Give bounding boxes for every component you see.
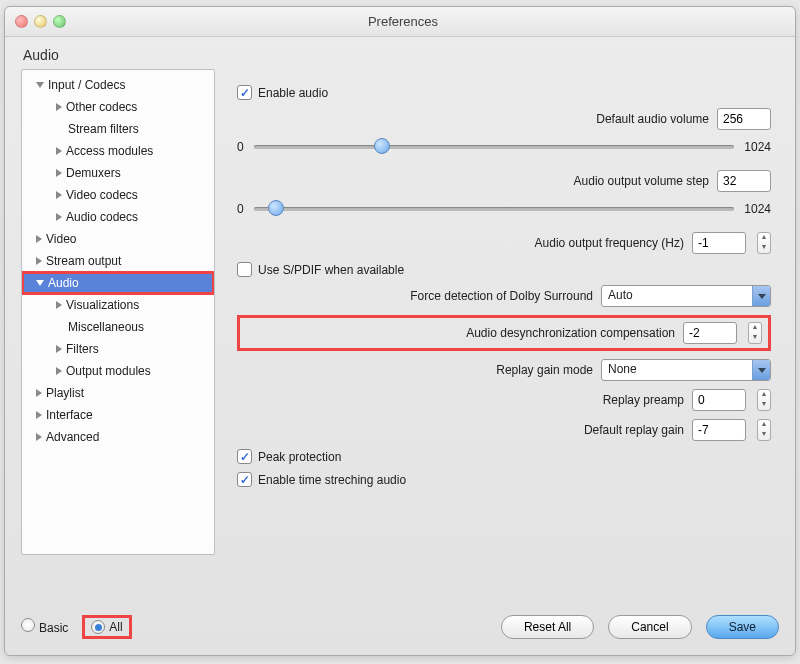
tree-item-playlist[interactable]: Playlist (22, 382, 214, 404)
default-replay-label: Default replay gain (584, 423, 684, 437)
tree-item-label: Filters (66, 341, 99, 357)
desync-input[interactable] (683, 322, 737, 344)
save-button[interactable]: Save (706, 615, 779, 639)
tree-item-label: Access modules (66, 143, 153, 159)
chevron-right-icon (56, 213, 62, 221)
tree-item-label: Other codecs (66, 99, 137, 115)
chevron-right-icon (56, 169, 62, 177)
chevron-right-icon (56, 103, 62, 111)
enable-audio-checkbox[interactable] (237, 85, 252, 100)
chevron-right-icon (56, 147, 62, 155)
basic-radio[interactable]: Basic (21, 618, 68, 635)
replay-mode-label: Replay gain mode (496, 363, 593, 377)
peak-checkbox[interactable] (237, 449, 252, 464)
spdif-checkbox[interactable] (237, 262, 252, 277)
chevron-down-icon (36, 280, 44, 286)
output-step-slider[interactable] (254, 200, 735, 218)
default-replay-stepper[interactable]: ▲▼ (757, 419, 771, 441)
default-volume-slider[interactable] (254, 138, 735, 156)
output-step-label: Audio output volume step (574, 174, 709, 188)
tree-item-label: Stream filters (68, 121, 139, 137)
dolby-label: Force detection of Dolby Surround (410, 289, 593, 303)
tree-item-stream-filters[interactable]: Stream filters (22, 118, 214, 140)
tree-item-demuxers[interactable]: Demuxers (22, 162, 214, 184)
replay-preamp-label: Replay preamp (603, 393, 684, 407)
output-freq-stepper[interactable]: ▲▼ (757, 232, 771, 254)
spdif-label: Use S/PDIF when available (258, 263, 404, 277)
chevron-down-icon (36, 82, 44, 88)
chevron-right-icon (56, 191, 62, 199)
chevron-right-icon (36, 411, 42, 419)
replay-preamp-input[interactable] (692, 389, 746, 411)
peak-label: Peak protection (258, 450, 341, 464)
slider2-max: 1024 (744, 202, 771, 216)
slider1-min: 0 (237, 140, 244, 154)
dolby-select[interactable]: Auto (601, 285, 771, 307)
default-replay-input[interactable] (692, 419, 746, 441)
tree-item-label: Demuxers (66, 165, 121, 181)
chevron-down-icon[interactable] (752, 360, 770, 380)
slider1-max: 1024 (744, 140, 771, 154)
tree-item-miscellaneous[interactable]: Miscellaneous (22, 316, 214, 338)
preferences-window: Preferences Audio Input / CodecsOther co… (4, 6, 796, 656)
close-icon[interactable] (15, 15, 28, 28)
chevron-right-icon (56, 301, 62, 309)
tree-item-other-codecs[interactable]: Other codecs (22, 96, 214, 118)
desync-label: Audio desynchronization compensation (466, 326, 675, 340)
titlebar: Preferences (5, 7, 795, 37)
replay-preamp-stepper[interactable]: ▲▼ (757, 389, 771, 411)
default-volume-label: Default audio volume (596, 112, 709, 126)
tree-item-label: Playlist (46, 385, 84, 401)
chevron-right-icon (56, 345, 62, 353)
stretch-checkbox[interactable] (237, 472, 252, 487)
tree-item-label: Output modules (66, 363, 151, 379)
enable-audio-label: Enable audio (258, 86, 328, 100)
tree-item-video[interactable]: Video (22, 228, 214, 250)
replay-mode-value: None (608, 362, 637, 376)
slider2-min: 0 (237, 202, 244, 216)
chevron-down-icon[interactable] (752, 286, 770, 306)
output-freq-input[interactable] (692, 232, 746, 254)
all-radio-highlight: All (82, 615, 131, 640)
desync-row-highlight: Audio desynchronization compensation ▲▼ (237, 315, 771, 351)
chevron-right-icon (36, 235, 42, 243)
replay-mode-select[interactable]: None (601, 359, 771, 381)
cancel-button[interactable]: Cancel (608, 615, 691, 639)
tree-item-label: Audio (48, 275, 79, 291)
zoom-icon[interactable] (53, 15, 66, 28)
default-volume-input[interactable] (717, 108, 771, 130)
desync-stepper[interactable]: ▲▼ (748, 322, 762, 344)
tree-item-label: Input / Codecs (48, 77, 125, 93)
output-step-input[interactable] (717, 170, 771, 192)
output-freq-label: Audio output frequency (Hz) (535, 236, 684, 250)
minimize-icon[interactable] (34, 15, 47, 28)
all-radio[interactable]: All (91, 620, 122, 634)
footer: Basic All Reset All Cancel Save (21, 611, 779, 644)
tree-item-label: Stream output (46, 253, 121, 269)
tree-item-advanced[interactable]: Advanced (22, 426, 214, 448)
tree-item-visualizations[interactable]: Visualizations (22, 294, 214, 316)
stretch-label: Enable time streching audio (258, 473, 406, 487)
dolby-value: Auto (608, 288, 633, 302)
tree-item-audio[interactable]: Audio (22, 272, 214, 294)
tree-item-audio-codecs[interactable]: Audio codecs (22, 206, 214, 228)
tree-item-label: Video codecs (66, 187, 138, 203)
section-label: Audio (5, 37, 795, 69)
tree-item-access-modules[interactable]: Access modules (22, 140, 214, 162)
chevron-right-icon (36, 433, 42, 441)
chevron-right-icon (36, 257, 42, 265)
chevron-right-icon (56, 367, 62, 375)
window-title: Preferences (66, 14, 740, 29)
settings-panel: Enable audio Default audio volume 0 1024… (229, 69, 779, 555)
tree-item-output-modules[interactable]: Output modules (22, 360, 214, 382)
tree-item-label: Advanced (46, 429, 99, 445)
tree-item-stream-output[interactable]: Stream output (22, 250, 214, 272)
reset-all-button[interactable]: Reset All (501, 615, 594, 639)
tree-item-interface[interactable]: Interface (22, 404, 214, 426)
tree-item-label: Video (46, 231, 76, 247)
tree-item-filters[interactable]: Filters (22, 338, 214, 360)
category-tree[interactable]: Input / CodecsOther codecsStream filters… (21, 69, 215, 555)
tree-item-input-codecs[interactable]: Input / Codecs (22, 74, 214, 96)
tree-item-video-codecs[interactable]: Video codecs (22, 184, 214, 206)
chevron-right-icon (36, 389, 42, 397)
